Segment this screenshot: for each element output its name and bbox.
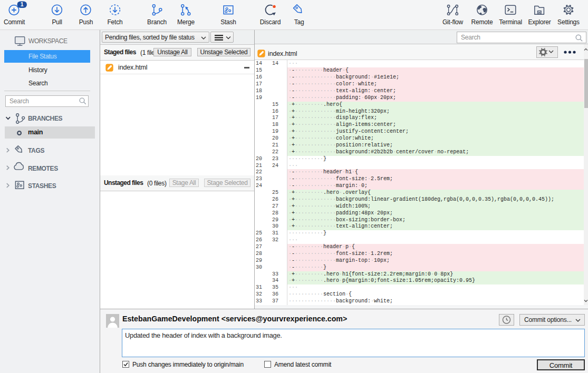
svg-text:1: 1 — [21, 1, 24, 7]
